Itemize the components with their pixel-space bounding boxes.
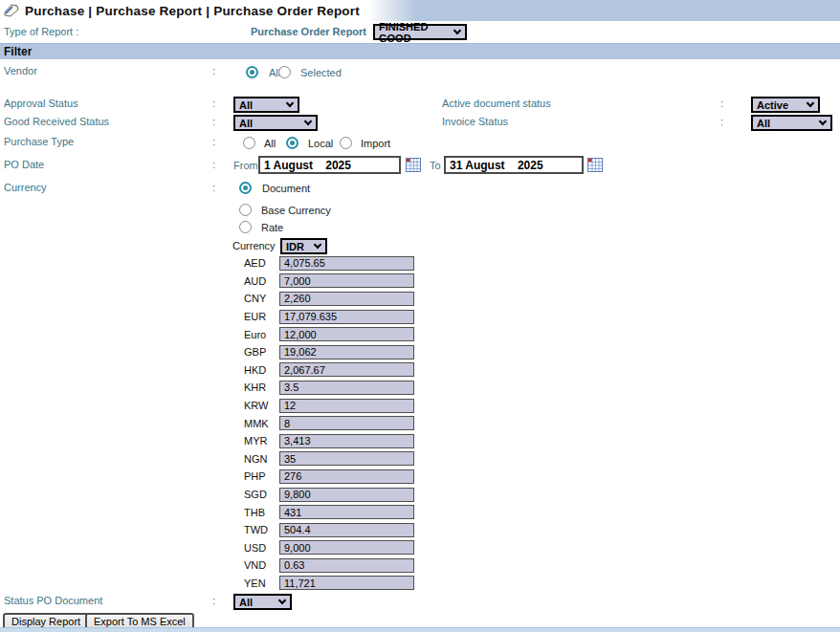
good-received-status-row: Good Received Status : All Invoice Statu… bbox=[0, 116, 840, 133]
colon: : bbox=[212, 116, 215, 127]
currency-rate-input[interactable] bbox=[279, 469, 414, 484]
currency-base-radio[interactable] bbox=[239, 204, 252, 216]
currency-row: Currency : Document bbox=[0, 182, 840, 199]
po-date-to-input[interactable] bbox=[444, 156, 584, 174]
currency-code-label: KHR bbox=[244, 381, 279, 393]
po-date-label: PO Date bbox=[4, 159, 44, 170]
purchase-order-report-page: Purchase | Purchase Report | Purchase Or… bbox=[0, 0, 840, 632]
status-po-document-value: All bbox=[239, 597, 253, 608]
currency-rate-input[interactable] bbox=[279, 576, 414, 590]
status-po-document-row: Status PO Document : All bbox=[0, 595, 840, 612]
po-date-to-label: To bbox=[430, 160, 441, 171]
purchase-type-import-radio[interactable] bbox=[340, 137, 352, 149]
type-of-report-label: Type of Report : bbox=[4, 26, 78, 37]
purchase-type-all-radio[interactable] bbox=[243, 137, 255, 149]
currency-rate-row: HKD bbox=[0, 361, 840, 380]
report-type-select-value: FINISHED GOOD bbox=[379, 21, 449, 44]
po-date-from-label: From bbox=[233, 160, 258, 171]
approval-status-row: Approval Status : All Active document st… bbox=[0, 98, 840, 115]
approval-status-label: Approval Status bbox=[4, 98, 78, 109]
active-document-status-label: Active document status bbox=[442, 98, 551, 109]
currency-rate-row: YEN bbox=[0, 575, 840, 593]
approval-status-select[interactable]: All bbox=[233, 97, 299, 113]
currency-code-label: GBP bbox=[244, 346, 279, 358]
currency-rate-input[interactable] bbox=[279, 273, 414, 288]
currency-code-label: AED bbox=[244, 257, 279, 269]
chevron-down-icon bbox=[278, 597, 286, 604]
currency-rate-input[interactable] bbox=[279, 540, 414, 555]
invoice-status-select[interactable]: All bbox=[751, 115, 832, 131]
vendor-all-radio[interactable] bbox=[246, 66, 258, 78]
purchase-type-local-radio[interactable] bbox=[286, 137, 298, 149]
calendar-icon[interactable] bbox=[587, 158, 603, 172]
currency-rate-row: Euro bbox=[0, 325, 840, 343]
type-of-report-row: Type of Report : Purchase Order Report F… bbox=[0, 22, 840, 41]
chevron-down-icon bbox=[807, 99, 814, 107]
po-date-from-input[interactable] bbox=[258, 156, 401, 174]
currency-rate-row: EUR bbox=[0, 308, 840, 326]
currency-rate-input[interactable] bbox=[279, 362, 414, 377]
active-document-status-value: Active bbox=[757, 99, 788, 111]
currency-rate-input[interactable] bbox=[279, 310, 414, 324]
currency-code-select[interactable]: IDR bbox=[280, 238, 327, 254]
currency-base-row: Base Currency bbox=[0, 204, 840, 221]
purchase-type-row: Purchase Type : All Local Import bbox=[0, 136, 840, 153]
currency-rate-input[interactable] bbox=[279, 292, 414, 306]
currency-rate-input[interactable] bbox=[279, 399, 414, 413]
currency-rate-row: NGN bbox=[0, 450, 840, 469]
currency-rate-input[interactable] bbox=[279, 327, 414, 341]
currency-rate-row: GBP bbox=[0, 343, 840, 361]
currency-rate-input[interactable] bbox=[279, 416, 414, 430]
purchase-type-all-label: All bbox=[264, 138, 276, 149]
currency-rate-row: KRW bbox=[0, 397, 840, 415]
currency-code-label: YEN bbox=[244, 578, 279, 589]
status-po-document-select[interactable]: All bbox=[233, 594, 292, 610]
currency-rate-input[interactable] bbox=[279, 505, 414, 519]
vendor-selected-radio[interactable] bbox=[278, 66, 291, 78]
currency-code-label: NGN bbox=[244, 453, 279, 465]
purchase-type-local-label: Local bbox=[308, 138, 333, 149]
purchase-type-label: Purchase Type bbox=[4, 136, 74, 147]
currency-code-label: PHP bbox=[244, 470, 279, 482]
currency-rate-input[interactable] bbox=[279, 523, 414, 537]
currency-rate-row: VND bbox=[0, 556, 840, 575]
currency-code-label: KRW bbox=[244, 400, 279, 411]
purchase-type-import-label: Import bbox=[361, 138, 390, 149]
currency-rate-row: MYR bbox=[0, 432, 840, 450]
currency-code-label: HKD bbox=[244, 364, 279, 376]
currency-base-label: Base Currency bbox=[261, 205, 331, 216]
calendar-icon[interactable] bbox=[406, 158, 421, 172]
currency-code-label: EUR bbox=[244, 311, 279, 322]
vendor-selected-label: Selected bbox=[300, 67, 342, 78]
currency-rate-input[interactable] bbox=[279, 256, 414, 271]
title-bar: Purchase | Purchase Report | Purchase Or… bbox=[0, 0, 840, 21]
currency-select-label: Currency bbox=[232, 240, 276, 251]
currency-rate-input[interactable] bbox=[279, 451, 414, 466]
currency-rate-radio-row: Rate bbox=[0, 221, 840, 238]
colon: : bbox=[212, 159, 215, 170]
currency-code-label: TWD bbox=[244, 524, 279, 535]
currency-rate-input[interactable] bbox=[279, 345, 414, 360]
currency-rate-list: AED AUD CNY EUR Euro GBP HKD bbox=[0, 254, 840, 592]
colon: : bbox=[212, 65, 215, 76]
currency-rate-row: SGD bbox=[0, 486, 840, 504]
report-type-select[interactable]: FINISHED GOOD bbox=[373, 24, 467, 40]
currency-rate-radio[interactable] bbox=[239, 221, 252, 233]
colon: : bbox=[212, 182, 215, 193]
currency-rate-input[interactable] bbox=[279, 558, 414, 573]
colon: : bbox=[720, 98, 723, 109]
currency-document-radio[interactable] bbox=[239, 182, 252, 194]
currency-rate-row: PHP bbox=[0, 468, 840, 486]
currency-rate-input[interactable] bbox=[279, 488, 414, 502]
currency-rate-input[interactable] bbox=[279, 381, 414, 395]
currency-rate-input[interactable] bbox=[279, 434, 414, 448]
currency-code-label: Euro bbox=[244, 329, 279, 340]
report-icon bbox=[3, 3, 20, 18]
currency-code-label: MMK bbox=[244, 418, 279, 429]
currency-rate-row: AED bbox=[0, 254, 840, 272]
good-received-status-select[interactable]: All bbox=[233, 115, 318, 131]
good-received-status-value: All bbox=[239, 118, 253, 129]
active-document-status-select[interactable]: Active bbox=[751, 97, 820, 113]
vendor-row: Vendor : All Selected bbox=[0, 65, 840, 82]
status-po-document-label: Status PO Document bbox=[4, 595, 102, 606]
